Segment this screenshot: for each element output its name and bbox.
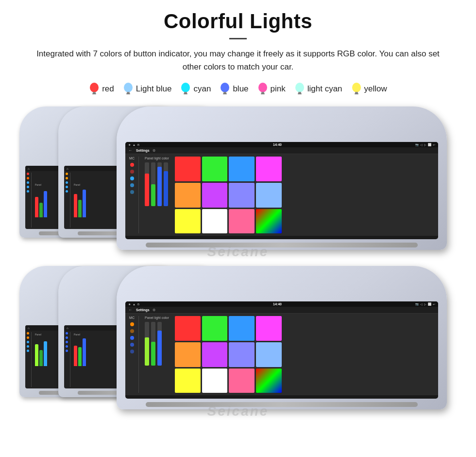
- svg-point-9: [221, 83, 229, 92]
- svg-rect-10: [223, 92, 226, 93]
- panel-label-top: Panel light color: [145, 157, 169, 160]
- title-section: Colorful Lights Integrated with 7 colors…: [19, 10, 457, 73]
- color-label-lightblue: Light blue: [136, 84, 172, 94]
- color-label-red: red: [102, 84, 114, 94]
- svg-point-3: [124, 83, 133, 92]
- svg-point-18: [352, 83, 361, 92]
- svg-point-15: [295, 83, 304, 92]
- page-title: Colorful Lights: [19, 10, 457, 33]
- color-indicators: red Light blue cyan: [19, 82, 457, 96]
- settings-title-bottom: Settings: [136, 308, 150, 312]
- svg-point-12: [258, 83, 267, 92]
- color-label-yellow: yellow: [364, 84, 387, 94]
- car-vent-6: [146, 402, 418, 407]
- blue-bulb-icon: [220, 82, 230, 96]
- color-item-lightcyan: light cyan: [294, 82, 342, 96]
- yellow-bulb-icon: [351, 82, 362, 96]
- color-label-cyan: cyan: [193, 84, 211, 94]
- pink-bulb-icon: [257, 82, 268, 96]
- color-label-lightcyan: light cyan: [307, 84, 342, 94]
- settings-title-main: Settings: [136, 149, 150, 152]
- svg-rect-14: [261, 93, 265, 94]
- color-label-pink: pink: [271, 84, 286, 94]
- description-text: Integrated with 7 colors of button indic…: [29, 47, 447, 73]
- svg-rect-7: [184, 92, 187, 93]
- svg-rect-5: [126, 93, 130, 94]
- screen-6-main: ★▲B 14:40 📷◁▷⬜↩ ← Settings ⚙: [125, 301, 438, 399]
- bottom-cars-section: ⌂ Settings ⚙ Panel: [19, 266, 457, 422]
- time-display-2: 14:40: [273, 302, 282, 306]
- time-display: 14:40: [273, 143, 282, 146]
- title-divider: [229, 38, 247, 39]
- svg-rect-16: [298, 92, 301, 93]
- car-unit-6: ★▲B 14:40 📷◁▷⬜↩ ← Settings ⚙: [117, 266, 447, 409]
- color-item-pink: pink: [257, 82, 286, 96]
- svg-rect-17: [298, 93, 302, 94]
- color-item-cyan: cyan: [180, 82, 211, 96]
- svg-point-0: [90, 83, 99, 92]
- svg-rect-4: [127, 92, 130, 93]
- svg-rect-8: [184, 93, 187, 94]
- color-item-blue: blue: [220, 82, 248, 96]
- cyan-bulb-icon: [180, 82, 191, 96]
- svg-rect-19: [355, 92, 358, 93]
- lightblue-bulb-icon: [123, 82, 134, 96]
- svg-rect-20: [355, 93, 358, 94]
- color-item-lightblue: Light blue: [123, 82, 172, 96]
- color-label-blue: blue: [233, 84, 248, 94]
- car-unit-3: ★▲B 14:40 📷◁▷⬜↩ ← Settings ⚙: [117, 106, 447, 250]
- lightcyan-bulb-icon: [294, 82, 305, 96]
- red-bulb-icon: [89, 82, 100, 96]
- svg-point-6: [181, 83, 190, 92]
- color-item-yellow: yellow: [351, 82, 387, 96]
- screen-3-main: ★▲B 14:40 📷◁▷⬜↩ ← Settings ⚙: [125, 142, 438, 239]
- svg-rect-13: [261, 92, 264, 93]
- svg-rect-1: [93, 92, 96, 93]
- car-vent-3: [146, 243, 418, 247]
- svg-rect-2: [92, 93, 96, 94]
- top-cars-section: ⌂ Settings ⚙ Panel: [19, 106, 457, 262]
- page-container: Colorful Lights Integrated with 7 colors…: [0, 0, 476, 443]
- panel-label-bottom: Panel light color: [145, 316, 169, 319]
- svg-rect-11: [223, 93, 227, 94]
- color-item-red: red: [89, 82, 114, 96]
